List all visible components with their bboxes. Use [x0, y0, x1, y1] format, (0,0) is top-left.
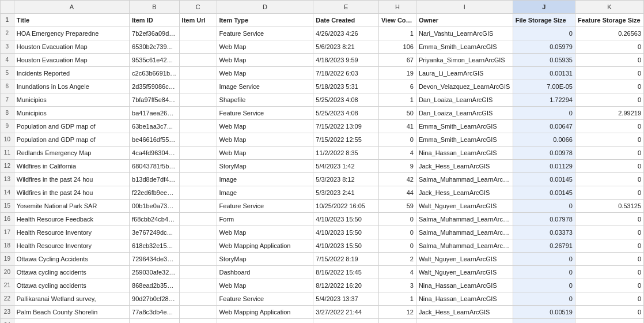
cell-e[interactable]: 8/12/2022 16:20	[313, 279, 379, 292]
col-j-header[interactable]: J	[513, 1, 575, 14]
cell-i[interactable]: Nina_Hassan_LearnArcGIS	[416, 292, 513, 306]
cell-k[interactable]: 0	[575, 160, 643, 173]
cell-c[interactable]	[179, 93, 217, 107]
cell-d[interactable]: Form	[217, 213, 313, 226]
cell-k[interactable]: 0	[575, 239, 643, 253]
cell-e[interactable]: 5/17/2023 17:35	[313, 319, 379, 324]
cell-e[interactable]: 11/2/2022 8:35	[313, 147, 379, 160]
cell-a[interactable]: Yosemite National Park SAR	[14, 200, 129, 213]
cell-d[interactable]: Image Service	[217, 80, 313, 93]
cell-d[interactable]: Image	[217, 186, 313, 200]
cell-i[interactable]: Nari_Vashtu_LearnArcGIS	[416, 27, 513, 40]
cell-j[interactable]: 0.0066	[513, 133, 575, 147]
cell-e[interactable]: 5/3/2023 8:12	[313, 173, 379, 186]
cell-a[interactable]: HOA Emergency Preparedne	[14, 27, 129, 40]
cell-j[interactable]: 0.03373	[513, 226, 575, 239]
cell-c[interactable]	[179, 67, 217, 80]
cell-a[interactable]: Wildfires in California	[14, 160, 129, 173]
cell-c[interactable]	[179, 200, 217, 213]
cell-c[interactable]	[179, 40, 217, 54]
cell-h[interactable]: 1	[378, 292, 416, 306]
cell-c[interactable]	[179, 239, 217, 253]
cell-i[interactable]: Priyanka_Simon_LearnArcGIS	[416, 54, 513, 67]
cell-1-a[interactable]: Title	[14, 14, 129, 27]
cell-1-j[interactable]: File Storage Size	[513, 14, 575, 27]
cell-j[interactable]: 0.00131	[513, 67, 575, 80]
cell-j[interactable]: 0.00978	[513, 147, 575, 160]
cell-h[interactable]: 0	[378, 133, 416, 147]
cell-h[interactable]: 41	[378, 120, 416, 133]
cell-b[interactable]: be46616df55e409	[130, 133, 180, 147]
cell-k[interactable]: 0	[575, 67, 643, 80]
cell-e[interactable]: 5/25/2023 4:08	[313, 93, 379, 107]
cell-b[interactable]: 6530b2c739ef446	[130, 40, 180, 54]
cell-a[interactable]: Incidents Reported	[14, 67, 129, 80]
cell-k[interactable]: 0	[575, 54, 643, 67]
cell-b[interactable]: 8b9cfe28acc54219	[130, 319, 180, 324]
cell-d[interactable]: Feature Service	[217, 200, 313, 213]
cell-i[interactable]: Salma_Muhammad_LearnArcGIS	[416, 226, 513, 239]
cell-d[interactable]: Web Map	[217, 120, 313, 133]
cell-c[interactable]	[179, 186, 217, 200]
cell-1-h[interactable]: View Count	[378, 14, 416, 27]
cell-c[interactable]	[179, 133, 217, 147]
cell-1-d[interactable]: Item Type	[217, 14, 313, 27]
cell-d[interactable]: Web Map	[217, 40, 313, 54]
cell-b[interactable]: 7b2ef36a09d8482	[130, 27, 180, 40]
cell-j[interactable]: 1.72294	[513, 93, 575, 107]
cell-k[interactable]: 2.99219	[575, 107, 643, 120]
cell-d[interactable]: Dashboard	[217, 266, 313, 279]
cell-a[interactable]: Ottawa Cycling Accidents	[14, 253, 129, 266]
cell-i[interactable]: Emma_Smith_LearnArcGIS	[416, 40, 513, 54]
cell-b[interactable]: 68043781f5b34cfa	[130, 160, 180, 173]
cell-c[interactable]	[179, 319, 217, 324]
cell-d[interactable]: Web Map	[217, 54, 313, 67]
cell-h[interactable]: 42	[378, 173, 416, 186]
cell-i[interactable]: Salma_Muhammad_LearnArcGIS	[416, 239, 513, 253]
cell-i[interactable]: Nina_Hassan_LearnArcGIS	[416, 147, 513, 160]
cell-j[interactable]: 0	[513, 253, 575, 266]
cell-a[interactable]: Population and GDP map of	[14, 120, 129, 133]
cell-1-k[interactable]: Feature Storage Size	[575, 14, 643, 27]
cell-b[interactable]: b13d8de7df4b40e	[130, 173, 180, 186]
cell-i[interactable]: Jack_Hess_LearnArcGIS	[416, 160, 513, 173]
cell-h[interactable]: 1	[378, 93, 416, 107]
cell-h[interactable]: 0	[378, 226, 416, 239]
cell-c[interactable]	[179, 147, 217, 160]
cell-h[interactable]: 19	[378, 67, 416, 80]
cell-j[interactable]: 0	[513, 279, 575, 292]
cell-i[interactable]: Jack_Hess_LearnArcGIS	[416, 186, 513, 200]
cell-h[interactable]: 2	[378, 253, 416, 266]
cell-a[interactable]: Health Resource Inventory	[14, 226, 129, 239]
cell-j[interactable]: 0.01129	[513, 160, 575, 173]
cell-e[interactable]: 7/15/2022 8:19	[313, 253, 379, 266]
cell-h[interactable]: 1	[378, 27, 416, 40]
cell-c[interactable]	[179, 120, 217, 133]
cell-j[interactable]: 0.00145	[513, 173, 575, 186]
cell-a[interactable]: Wildfires in the past 24 hou	[14, 186, 129, 200]
cell-h[interactable]: 5	[378, 319, 416, 324]
cell-a[interactable]: Pallikaranai Wetland survey,	[14, 292, 129, 306]
cell-i[interactable]: Jack_Hess_LearnArcGIS	[416, 306, 513, 319]
cell-i[interactable]: Laura_Li_LearnArcGIS	[416, 67, 513, 80]
cell-b[interactable]: 618cb32e153a4a1	[130, 239, 180, 253]
cell-b[interactable]: c2c63b6691bb475	[130, 67, 180, 80]
cell-c[interactable]	[179, 27, 217, 40]
cell-k[interactable]: 0.53125	[575, 200, 643, 213]
cell-c[interactable]	[179, 292, 217, 306]
cell-a[interactable]: Inundations in Los Angele	[14, 80, 129, 93]
cell-h[interactable]: 0	[378, 239, 416, 253]
cell-d[interactable]: Web Map	[217, 226, 313, 239]
cell-e[interactable]: 7/18/2022 6:03	[313, 67, 379, 80]
cell-i[interactable]: Salma_Muhammad_LearnArcGIS	[416, 173, 513, 186]
cell-e[interactable]: 4/10/2023 15:50	[313, 226, 379, 239]
cell-i[interactable]: Walt_Nguyen_LearnArcGIS	[416, 200, 513, 213]
cell-b[interactable]: 90d27b0cf2854334	[130, 292, 180, 306]
cell-k[interactable]: 0	[575, 253, 643, 266]
cell-c[interactable]	[179, 253, 217, 266]
cell-d[interactable]: Web Map	[217, 279, 313, 292]
cell-i[interactable]: Nina_Hassan_LearnArcGIS	[416, 279, 513, 292]
cell-j[interactable]: 0.05979	[513, 40, 575, 54]
cell-a[interactable]: Population and GDP map of	[14, 133, 129, 147]
cell-d[interactable]: StoryMap	[217, 253, 313, 266]
